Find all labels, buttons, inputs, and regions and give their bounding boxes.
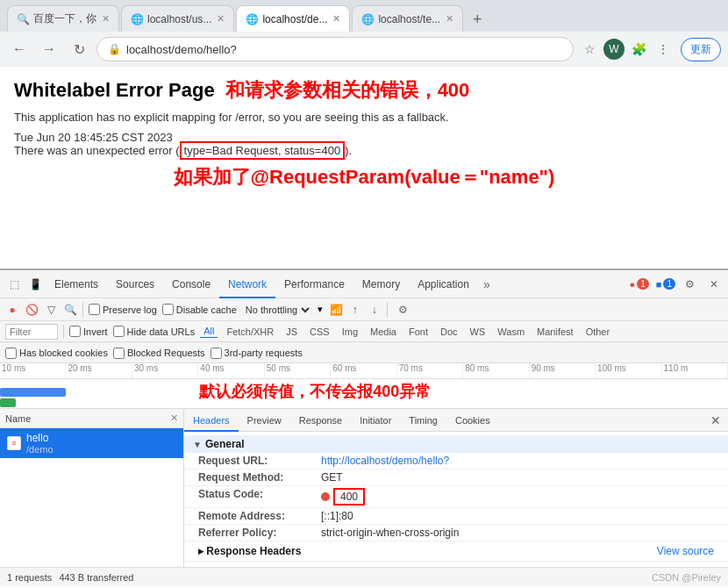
forward-button[interactable]: → — [37, 37, 61, 61]
separator2 — [387, 303, 388, 317]
details-tab-timing[interactable]: Timing — [400, 409, 446, 432]
tab-application[interactable]: Application — [409, 270, 478, 298]
download-icon[interactable]: ↓ — [368, 303, 382, 317]
bookmark-icon[interactable]: ☆ — [579, 39, 600, 60]
filter-img[interactable]: Img — [339, 326, 361, 338]
details-tab-cookies[interactable]: Cookies — [446, 409, 499, 432]
filter-font[interactable]: Font — [405, 326, 432, 338]
filter-fetch-xhr[interactable]: Fetch/XHR — [223, 326, 277, 338]
network-item-name-group: hello /demo — [26, 432, 54, 455]
tab-close[interactable]: ✕ — [217, 13, 225, 25]
list-close-btn[interactable]: ✕ — [170, 412, 178, 424]
filter-doc[interactable]: Doc — [437, 326, 461, 338]
tab-sources[interactable]: Sources — [107, 270, 163, 298]
tab-network[interactable]: Network — [219, 270, 275, 298]
devtools-inspect-icon[interactable]: ⬚ — [4, 274, 25, 295]
hide-data-checkbox[interactable] — [113, 326, 125, 337]
details-close-btn[interactable]: ✕ — [703, 409, 728, 431]
third-party-label[interactable]: 3rd-party requests — [211, 348, 303, 359]
filter-input[interactable] — [5, 324, 58, 340]
record-button[interactable]: ● — [5, 303, 19, 317]
tick-20: 20 ms — [66, 363, 132, 378]
separator — [82, 303, 83, 317]
third-party-checkbox[interactable] — [211, 348, 222, 359]
devtools-device-icon[interactable]: 📱 — [25, 274, 46, 295]
details-tab-preview[interactable]: Preview — [239, 409, 290, 432]
detail-referrer-policy: Referrer Policy: strict-origin-when-cros… — [184, 525, 728, 541]
menu-icon[interactable]: ⋮ — [653, 39, 674, 60]
tab-baidu[interactable]: 🔍 百度一下，你 ✕ — [7, 5, 119, 32]
tab-localhost-te[interactable]: 🌐 localhost/te... ✕ — [352, 5, 463, 32]
update-button[interactable]: 更新 — [681, 38, 721, 61]
details-panel: Headers Preview Response Initiator Timin… — [184, 409, 728, 567]
details-tab-response[interactable]: Response — [290, 409, 352, 432]
profile-icon[interactable]: W — [603, 39, 625, 60]
blocked-req-label[interactable]: Blocked Requests — [113, 348, 205, 359]
tab-memory[interactable]: Memory — [353, 270, 409, 298]
tab-close[interactable]: ✕ — [446, 13, 453, 25]
reload-button[interactable]: ↻ — [67, 37, 91, 61]
tab-close[interactable]: ✕ — [332, 13, 340, 25]
tab-localhost-demo[interactable]: 🌐 localhost/de... ✕ — [236, 5, 350, 32]
detail-key-response[interactable]: ▸ Response Headers — [198, 545, 321, 557]
throttle-select[interactable]: No throttling — [242, 304, 312, 316]
new-tab-button[interactable]: + — [465, 7, 489, 32]
filter-all[interactable]: All — [200, 325, 218, 338]
tab-performance[interactable]: Performance — [275, 270, 353, 298]
browser-toolbar: ☆ W 🧩 ⋮ 更新 — [579, 38, 721, 61]
filter-manifest[interactable]: Manifest — [533, 326, 577, 338]
tab-elements[interactable]: Elements — [46, 270, 107, 298]
disable-cache-label[interactable]: Disable cache — [162, 304, 237, 315]
timeline-bars: 默认必须传值，不传会报400异常 — [0, 379, 728, 409]
network-item-hello[interactable]: ≡ hello /demo — [0, 428, 183, 458]
tick-100: 100 ms — [596, 363, 661, 378]
tab-close[interactable]: ✕ — [102, 13, 110, 25]
tick-10: 10 ms — [0, 363, 66, 378]
disable-cache-checkbox[interactable] — [162, 304, 174, 315]
tick-90: 90 ms — [530, 363, 596, 378]
wifi-icon[interactable]: 📶 — [330, 304, 343, 316]
preserve-log-label[interactable]: Preserve log — [89, 304, 157, 315]
filter-toggle[interactable]: ▽ — [44, 303, 58, 317]
invert-checkbox[interactable] — [69, 326, 81, 337]
close-devtools-icon[interactable]: ✕ — [703, 274, 724, 295]
devtools-tab-more[interactable]: » — [478, 277, 496, 291]
extensions-icon[interactable]: 🧩 — [628, 39, 649, 60]
tab-console[interactable]: Console — [163, 270, 219, 298]
filter-wasm[interactable]: Wasm — [494, 326, 528, 338]
clear-button[interactable]: 🚫 — [25, 303, 39, 317]
upload-icon[interactable]: ↑ — [348, 303, 362, 317]
tab-label: localhost/de... — [262, 13, 327, 25]
details-tab-headers[interactable]: Headers — [184, 409, 239, 432]
detail-value-url[interactable]: http://localhost/demo/hello? — [321, 455, 449, 467]
filter-other[interactable]: Other — [582, 326, 614, 338]
details-tab-initiator[interactable]: Initiator — [351, 409, 400, 432]
filter-ws[interactable]: WS — [467, 326, 489, 338]
filter-media[interactable]: Media — [367, 326, 400, 338]
detail-key-url: Request URL: — [198, 455, 321, 467]
invert-label[interactable]: Invert — [69, 326, 108, 337]
filter-css[interactable]: CSS — [306, 326, 333, 338]
blocked-req-checkbox[interactable] — [113, 348, 125, 359]
error-title-row: Whitelabel Error Page 和请求参数相关的错误，400 — [14, 77, 714, 104]
has-blocked-checkbox[interactable] — [5, 348, 17, 359]
timeline-bar-green — [0, 398, 16, 407]
tab-localhost-us[interactable]: 🌐 localhost/us... ✕ — [121, 5, 234, 32]
preserve-log-checkbox[interactable] — [89, 304, 100, 315]
search-toggle[interactable]: 🔍 — [63, 303, 77, 317]
detail-status-code: Status Code: 400 — [184, 486, 728, 508]
address-input[interactable]: 🔒 localhost/demo/hello? — [96, 37, 574, 61]
detail-key-remote: Remote Address: — [198, 510, 321, 522]
has-blocked-label[interactable]: Has blocked cookies — [5, 348, 108, 359]
detail-view-source[interactable]: View source — [657, 545, 714, 557]
detail-response-headers: ▸ Response Headers View source — [184, 541, 728, 562]
tick-50: 50 ms — [265, 363, 331, 378]
tab-bar: 🔍 百度一下，你 ✕ 🌐 localhost/us... ✕ 🌐 localho… — [0, 0, 728, 32]
watermark: CSDN @Pireley — [652, 572, 721, 583]
settings-icon[interactable]: ⚙ — [679, 274, 700, 295]
filter-js[interactable]: JS — [282, 326, 301, 338]
gear-icon[interactable]: ⚙ — [393, 299, 414, 320]
hide-data-label[interactable]: Hide data URLs — [113, 326, 196, 337]
general-section-header[interactable]: General — [184, 435, 728, 453]
back-button[interactable]: ← — [7, 37, 32, 61]
